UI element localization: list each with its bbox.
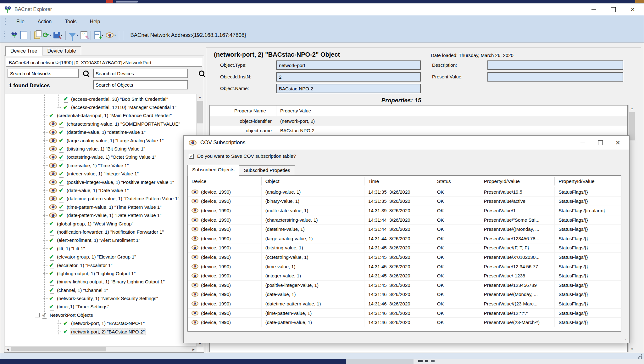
object-instn-field[interactable] [276,72,421,82]
col-device-header[interactable]: Device [188,177,262,185]
tree-collapse-icon[interactable] [35,313,40,317]
subscription-row[interactable]: (device, 1990) (bitstring-value, 1) 14:3… [188,243,621,253]
tree-item[interactable]: ✔ (bitstring-value, 1) "Bit String Value… [5,145,197,153]
subscription-row[interactable]: (device, 1990) (analog-value, 1) 14:31:3… [188,187,621,197]
subscription-row[interactable]: (device, 1990) (time-value, 1) 14:31:45 … [188,262,621,271]
scrollbar-thumb[interactable] [629,112,635,140]
scroll-up-icon[interactable]: ▲ [629,105,636,111]
menu-help[interactable]: Help [83,15,107,28]
scrollbar-thumb[interactable] [197,101,203,123]
subscription-row[interactable]: (device, 1990) (date-value, 1) 14:31:46 … [188,290,621,299]
col-status-header[interactable]: Status [433,177,480,185]
subscription-row[interactable]: (device, 1990) (integer-value, 1) 14:31:… [188,271,621,281]
menu-drag-handle[interactable] [5,18,6,26]
dialog-close-button[interactable]: ✕ [609,136,627,150]
tree-item[interactable]: ✔ (channel, 1) "Channel 1" [5,286,197,294]
search-icon[interactable] [83,71,89,76]
tree-item[interactable]: ✔ (alert-enrollment, 1) "Alert Enrollmen… [5,236,197,244]
tree-item[interactable]: ✔ (positive-integer-value, 1) "Positive … [5,178,197,186]
subscription-row[interactable]: (device, 1990) (datetime-value, 1) 14:31… [188,225,621,234]
tree-item[interactable]: ✔ (network-port, 1) "BACstac-NPO-1" [5,319,197,327]
col-propertyid-header[interactable]: PropertyId/Value [480,177,555,185]
subscription-row[interactable]: (device, 1990) (large-analog-value, 1) 1… [188,234,621,243]
subscription-row[interactable]: (device, 1990) (binary-value, 1) 14:31:3… [188,197,621,206]
dialog-resize-grip[interactable]: ⋰ [624,338,628,342]
tree-item[interactable]: ✔ (access-credential, 12110) "Manager Cr… [5,103,197,111]
subscription-row[interactable]: (device, 1990) (datetime-pattern-value, … [188,299,621,309]
tree-item[interactable]: ✔ (escalator, 1) "Escalator 1" [5,261,197,269]
scrollbar-thumb[interactable] [11,347,106,351]
new-file-button[interactable] [19,30,29,41]
tree-item[interactable]: ✔ NetworkPort Objects [5,311,197,319]
save-cov-checkbox[interactable]: ✓ [189,154,194,159]
search-devices-input[interactable] [93,69,188,78]
tree-item[interactable]: ✔ (credential-data-input, 1) "Main Entra… [5,111,197,120]
refresh-button[interactable]: ⟳▾ [42,30,52,41]
copy-button[interactable] [33,30,42,41]
menu-action[interactable]: Action [31,15,58,28]
tree-item[interactable]: ✔ (network-port, 2) "BACstac-NPO-2" [5,327,197,336]
maximize-button[interactable] [603,3,623,15]
tree-item[interactable]: ✔ (date-pattern-value, 1) "Date Pattern … [5,211,197,219]
tree-horizontal-scrollbar[interactable]: ◀ ▶ [5,346,197,352]
col-time-header[interactable]: Time [364,177,433,185]
scroll-up-icon[interactable]: ▲ [197,94,203,100]
subscription-row[interactable]: (device, 1990) (octetstring-value, 1) 14… [188,253,621,262]
dialog-minimize-button[interactable] [574,136,591,150]
dropdown-caret-icon[interactable]: ▾ [49,33,51,37]
tree-item[interactable]: ✔ (lighting-output, 1) "Lighting Output … [5,269,197,277]
property-name-header[interactable]: Property Name [210,105,276,116]
resize-grip[interactable] [638,354,642,359]
dropdown-caret-icon[interactable]: ▾ [76,33,78,37]
tree-item[interactable]: ✔ (global-group, 1) "West Wing Group" [5,219,197,228]
description-field[interactable] [487,60,623,70]
bacnet-logo-button[interactable] [9,30,19,41]
scroll-right-icon[interactable]: ▶ [191,347,197,352]
object-name-field[interactable] [276,84,421,93]
tab-subscribed-properties[interactable]: Subscribed Propeties [239,165,295,175]
subscription-row[interactable]: (device, 1990) (positive-integer-value, … [188,281,621,290]
tab-device-table[interactable]: Device Table [42,46,81,56]
tree-item[interactable]: ✔ (notification-forwarder, 1) "Notificat… [5,228,197,236]
subscription-row[interactable]: (device, 1990) (characterstring-value, 1… [188,215,621,225]
tree-item[interactable]: ✔ (large-analog-value, 1) "Large Analog … [5,136,197,145]
tree-item[interactable]: ✔ (date-value, 1) "Date Value 1" [5,186,197,194]
view-eye-button[interactable]: ▾ [104,30,117,41]
tree-item[interactable]: ✔ (elevator-group, 1) "Elevator Group 1" [5,253,197,261]
search-networks-input[interactable] [8,69,79,78]
tree-item[interactable]: ✔ (datetime-value, 1) "datetime-value 1" [5,128,197,136]
col-object-header[interactable]: Object [262,177,365,185]
subscription-row[interactable]: (device, 1990) (multi-state-value, 1) 14… [188,206,621,215]
tree-item[interactable]: ✔ (binary-lighting-output, 1) "Binary Li… [5,278,197,286]
search-icon[interactable] [199,71,204,76]
tree-item[interactable]: ✔ (time-pattern-value, 1) "Time Pattern … [5,203,197,211]
filter-button[interactable]: ▾ [68,30,79,41]
minimize-button[interactable] [584,3,603,15]
tree-item[interactable]: ✔ (network-security, 1) "Network Securit… [5,294,197,302]
property-value-header[interactable]: Property Value [276,108,627,113]
col-propertyid2-header[interactable]: PropertyId/Value [555,177,621,185]
toolbar-drag-handle[interactable] [4,31,5,39]
tree-item[interactable]: ✔ (time-value, 1) "Time Value 1" [5,161,197,169]
subscription-row[interactable]: (device, 1990) (time-pattern-value, 1) 1… [188,309,621,318]
menu-file[interactable]: File [10,15,31,28]
tab-subscribed-objects[interactable]: Subscribed Objects [187,165,239,176]
tree-item[interactable]: ✔ (octetstring-value, 1) "Octet String V… [5,153,197,161]
edit-checklist-button[interactable] [79,30,89,41]
tree-item[interactable]: ✔ (lift, 1) "Lift 1" [5,244,197,253]
object-type-field[interactable] [276,60,421,70]
tree-item[interactable]: ✔ (access-credential, 33) "Bob Smith Cre… [5,95,197,103]
menu-tools[interactable]: Tools [58,15,83,28]
close-button[interactable]: ✕ [623,3,642,15]
property-row[interactable]: object-name BACstac-NPO-2 [210,126,627,135]
property-row[interactable]: object-identifier (network-port, 2) [210,116,627,126]
subscription-row[interactable]: (device, 1990) (date-pattern-value, 1) 1… [188,318,621,327]
dropdown-caret-icon[interactable]: ▾ [114,33,116,37]
scroll-left-icon[interactable]: ◀ [5,347,11,352]
tree-item[interactable]: ✔ (timer,1) "Timer Settings" [5,303,197,311]
present-value-field[interactable] [487,72,623,82]
search-objects-input[interactable] [93,80,188,89]
tab-device-tree[interactable]: Device Tree [5,46,42,56]
save-button[interactable]: ▾ [52,30,64,41]
tree-item[interactable]: ✔ (characterstring-value, 1) "SOMEIMPORT… [5,120,197,128]
